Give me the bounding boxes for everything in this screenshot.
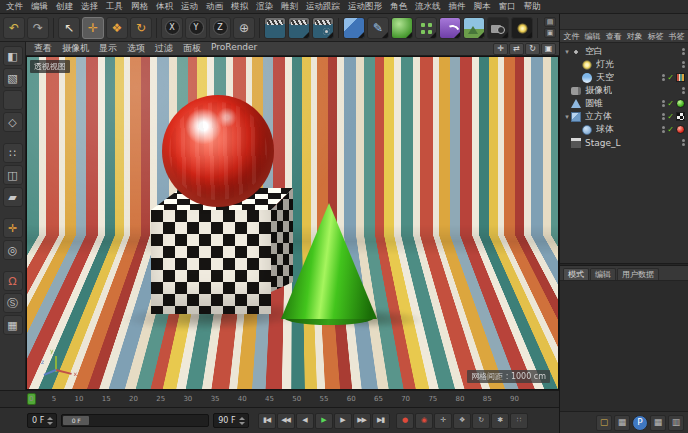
viewport-menu-6[interactable]: ProRender	[206, 42, 262, 55]
array-generator-icon[interactable]	[415, 17, 437, 39]
menubar-item-19[interactable]: 帮助	[520, 1, 545, 13]
render-settings-icon[interactable]	[312, 17, 334, 39]
render-picture-viewer-icon[interactable]	[288, 17, 310, 39]
sphere-object[interactable]	[162, 95, 274, 207]
move-tool-icon[interactable]: ✛	[82, 17, 104, 39]
zoom-view-icon[interactable]: ⇄	[509, 43, 524, 55]
rotate-tool-icon[interactable]: ↻	[130, 17, 152, 39]
enabled-check-icon[interactable]: ✓	[667, 126, 674, 134]
quantize-grid-icon[interactable]: ▦	[650, 415, 666, 431]
render-region-icon[interactable]: ▢	[596, 415, 612, 431]
menubar-item-13[interactable]: 运动图形	[344, 1, 386, 13]
menubar-item-9[interactable]: 模拟	[227, 1, 252, 13]
interface-layout-top-icon[interactable]: ▤	[544, 17, 556, 27]
scale-tool-icon[interactable]: ❖	[106, 17, 128, 39]
x-axis-lock-icon[interactable]: X	[161, 17, 183, 39]
record-rotation-icon[interactable]: ↻	[472, 413, 490, 429]
menubar-item-16[interactable]: 插件	[445, 1, 470, 13]
prev-key-button[interactable]: ◀◀	[277, 413, 295, 429]
object-row-sphere[interactable]: 球体✓	[560, 123, 688, 136]
prev-frame-button[interactable]: ◀	[296, 413, 314, 429]
render-view-icon[interactable]	[264, 17, 286, 39]
enabled-check-icon[interactable]: ✓	[667, 113, 674, 121]
texture-mode-icon[interactable]	[3, 90, 23, 110]
viewport-menu-2[interactable]: 显示	[94, 42, 122, 55]
pla-mode-icon[interactable]: P	[632, 415, 648, 431]
spline-pen-icon[interactable]: ✎	[367, 17, 389, 39]
edges-mode-icon[interactable]: ◫	[3, 165, 23, 185]
viewport-menu-4[interactable]: 过滤	[150, 42, 178, 55]
end-frame-field[interactable]: 90 F	[213, 413, 248, 428]
dual-view-icon[interactable]: ▥	[668, 415, 684, 431]
spinner-down-icon[interactable]	[47, 422, 53, 425]
next-key-button[interactable]: ▶▶	[353, 413, 371, 429]
subdivision-surface-icon[interactable]	[391, 17, 413, 39]
viewport-menu-1[interactable]: 摄像机	[57, 42, 94, 55]
attr-tab-2[interactable]: 用户数据	[617, 268, 659, 280]
snap-grid-icon[interactable]: ▦	[614, 415, 630, 431]
floor-icon[interactable]	[463, 17, 485, 39]
visibility-dots[interactable]	[682, 139, 685, 146]
end-frame-spinner[interactable]	[239, 417, 245, 425]
coordinate-system-icon[interactable]: ⊕	[233, 17, 255, 39]
visibility-dots[interactable]	[682, 48, 685, 55]
visibility-dots[interactable]	[662, 74, 665, 81]
menubar-item-18[interactable]: 窗口	[495, 1, 520, 13]
object-row-cone[interactable]: 圆锥✓	[560, 97, 688, 110]
menubar-item-7[interactable]: 运动	[177, 1, 202, 13]
attr-tab-1[interactable]: 编辑	[590, 268, 616, 280]
enable-snap-icon[interactable]: Ω	[3, 271, 23, 291]
record-position-icon[interactable]: ✛	[434, 413, 452, 429]
object-row-cube[interactable]: ▾立方体✓	[560, 110, 688, 123]
menubar-item-15[interactable]: 流水线	[411, 1, 445, 13]
live-selection-icon[interactable]: ↖	[58, 17, 80, 39]
menubar-item-12[interactable]: 运动跟踪	[302, 1, 344, 13]
menubar-item-5[interactable]: 网格	[127, 1, 152, 13]
record-parameter-icon[interactable]: ✱	[491, 413, 509, 429]
om-menu-4[interactable]: 标签	[645, 31, 666, 42]
z-axis-lock-icon[interactable]: Z	[209, 17, 231, 39]
om-menu-1[interactable]: 编辑	[582, 31, 603, 42]
scene-3d[interactable]: 透视视图 网格间距 : 1000 cm x y z	[26, 56, 559, 390]
next-frame-button[interactable]: ▶	[334, 413, 352, 429]
viewport-menu-0[interactable]: 查看	[29, 42, 57, 55]
menubar-item-17[interactable]: 脚本	[470, 1, 495, 13]
spinner-up-icon[interactable]	[47, 417, 53, 420]
material-swatch-checker[interactable]	[676, 112, 685, 121]
menubar-item-3[interactable]: 选择	[77, 1, 102, 13]
visibility-dots[interactable]	[662, 113, 665, 120]
spinner-down-icon[interactable]	[239, 422, 245, 425]
object-row-sky[interactable]: 天空✓	[560, 71, 688, 84]
object-row-null[interactable]: ▾空白	[560, 45, 688, 58]
snap-settings-icon[interactable]: Ⓢ	[3, 293, 23, 313]
workplane-mode-icon[interactable]: ◇	[3, 112, 23, 132]
rotate-view-icon[interactable]: ↻	[525, 43, 540, 55]
enabled-check-icon[interactable]: ✓	[667, 74, 674, 82]
menubar-item-11[interactable]: 雕刻	[277, 1, 302, 13]
spinner-up-icon[interactable]	[239, 417, 245, 420]
goto-end-button[interactable]: ▶▮	[372, 413, 390, 429]
frame-spinner[interactable]	[47, 417, 53, 425]
current-frame-field[interactable]: 0 F	[27, 413, 57, 428]
enabled-check-icon[interactable]: ✓	[667, 100, 674, 108]
visibility-dots[interactable]	[682, 61, 685, 68]
menubar-item-6[interactable]: 体积	[152, 1, 177, 13]
menubar-item-8[interactable]: 动画	[202, 1, 227, 13]
visibility-dots[interactable]	[662, 126, 665, 133]
record-pla-icon[interactable]: ∷	[510, 413, 528, 429]
pan-view-icon[interactable]: ✛	[493, 43, 508, 55]
enable-axis-icon[interactable]: ✛	[3, 218, 23, 238]
viewport-menu-5[interactable]: 面板	[178, 42, 206, 55]
points-mode-icon[interactable]: ∷	[3, 143, 23, 163]
maximize-view-icon[interactable]: ▣	[541, 43, 556, 55]
light-icon[interactable]	[511, 17, 533, 39]
expand-toggle[interactable]: ▾	[563, 48, 571, 56]
goto-start-button[interactable]: ▮◀	[258, 413, 276, 429]
menubar-item-4[interactable]: 工具	[102, 1, 127, 13]
record-keyframe-button[interactable]: ●	[396, 413, 414, 429]
material-swatch-green[interactable]	[676, 99, 685, 108]
camera-icon[interactable]	[487, 17, 509, 39]
workplane-snap-icon[interactable]: ▦	[3, 315, 23, 335]
redo-icon[interactable]: ↷	[27, 17, 49, 39]
cone-object[interactable]	[281, 203, 377, 325]
